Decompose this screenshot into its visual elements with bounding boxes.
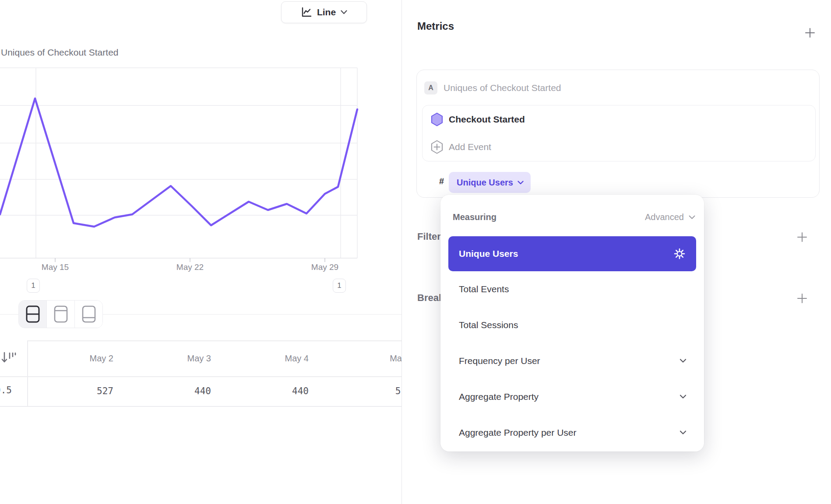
table-row-border xyxy=(0,406,401,407)
chevron-down-icon[interactable] xyxy=(689,215,695,220)
dropdown-item-unique-users-selected[interactable]: Unique Users xyxy=(448,236,696,271)
line-chart[interactable] xyxy=(0,66,401,271)
annotation-chip[interactable]: 1 xyxy=(333,279,346,293)
table-value-cell: 440 xyxy=(125,386,222,396)
metric-name[interactable]: Uniques of Checkout Started xyxy=(444,83,561,93)
table-value-cell: 527 xyxy=(27,386,125,396)
line-chart-icon xyxy=(301,7,312,18)
chevron-down-icon xyxy=(680,395,687,399)
aggregation-prefix: # xyxy=(439,176,444,186)
split-view-icon xyxy=(25,305,40,323)
dropdown-item-label: Aggregate Property xyxy=(459,392,539,402)
dropdown-item-label: Total Sessions xyxy=(459,320,518,330)
chevron-down-icon xyxy=(518,181,524,185)
dropdown-item-total-sessions[interactable]: Total Sessions xyxy=(448,313,696,337)
x-axis-tick-label: May 22 xyxy=(164,262,216,272)
sort-descending-icon[interactable] xyxy=(1,350,17,368)
table-header-cell[interactable]: May xyxy=(320,354,401,364)
x-axis-tick-label: May 15 xyxy=(29,262,81,272)
metric-card: A Uniques of Checkout Started Checkout S… xyxy=(416,70,820,198)
dropdown-item-aggregate-property-per-user[interactable]: Aggregate Property per User xyxy=(448,420,696,445)
add-breakdown-button[interactable] xyxy=(796,293,808,304)
table-header-row: May 2 May 3 May 4 May xyxy=(27,340,401,376)
dropdown-item-label: Aggregate Property per User xyxy=(459,427,576,438)
add-event-label: Add Event xyxy=(449,142,491,152)
event-row-checkout-started[interactable]: Checkout Started xyxy=(423,105,815,133)
dropdown-item-label: Total Events xyxy=(459,284,509,294)
table-summary-value: 0.5 xyxy=(0,385,21,396)
bottom-band-view-icon xyxy=(81,305,96,323)
dropdown-item-total-events[interactable]: Total Events xyxy=(448,277,696,301)
aggregation-value: Unique Users xyxy=(457,178,513,188)
event-hexagon-icon xyxy=(431,112,443,126)
metrics-panel-title: Metrics xyxy=(417,20,454,32)
table-value-row: 527 440 440 51 xyxy=(27,376,401,406)
chart-type-label: Line xyxy=(317,7,336,18)
chevron-down-icon xyxy=(680,359,687,363)
table-header-cell[interactable]: May 3 xyxy=(125,354,222,364)
measuring-mode-toggle[interactable]: Advanced xyxy=(645,212,684,222)
add-event-hexagon-icon xyxy=(431,140,443,154)
chevron-down-icon xyxy=(680,430,687,435)
table-header-cell[interactable]: May 2 xyxy=(27,354,125,364)
insights-report-page: Line Uniques of Checkout Started May 15 … xyxy=(0,0,831,504)
measuring-label: Measuring xyxy=(453,212,496,222)
chevron-down-icon xyxy=(341,10,347,14)
event-card: Checkout Started Add Event xyxy=(422,105,816,161)
measuring-dropdown: Measuring Advanced Unique Users xyxy=(440,195,704,452)
toggle-chart-and-table[interactable] xyxy=(19,301,46,328)
annotation-chip[interactable]: 1 xyxy=(27,279,40,293)
metrics-panel: Metrics A Uniques of Checkout Started Ch… xyxy=(401,0,831,504)
selected-item-label: Unique Users xyxy=(459,248,518,259)
metric-badge: A xyxy=(424,81,437,94)
table-value-cell: 440 xyxy=(222,386,320,396)
add-metric-button[interactable] xyxy=(804,27,816,38)
chart-panel: Line Uniques of Checkout Started May 15 … xyxy=(0,0,401,504)
toggle-table-only[interactable] xyxy=(74,301,102,328)
add-filter-button[interactable] xyxy=(796,231,808,243)
gear-icon[interactable] xyxy=(673,248,686,260)
dropdown-item-aggregate-property[interactable]: Aggregate Property xyxy=(448,385,696,409)
x-axis-tick-label: May 29 xyxy=(299,262,351,272)
event-name: Checkout Started xyxy=(449,114,525,125)
top-band-view-icon xyxy=(53,305,68,323)
table-value-cell: 51 xyxy=(320,386,401,396)
dropdown-item-label: Frequency per User xyxy=(459,356,540,366)
chart-title: Uniques of Checkout Started xyxy=(1,47,119,58)
chart-type-button[interactable]: Line xyxy=(281,1,367,23)
add-event-button[interactable]: Add Event xyxy=(423,133,815,161)
table-header-cell[interactable]: May 4 xyxy=(222,354,320,364)
view-layout-toggle xyxy=(18,300,103,328)
dropdown-item-frequency-per-user[interactable]: Frequency per User xyxy=(448,349,696,373)
toggle-chart-only[interactable] xyxy=(46,301,74,328)
aggregation-chip[interactable]: Unique Users xyxy=(449,172,531,193)
